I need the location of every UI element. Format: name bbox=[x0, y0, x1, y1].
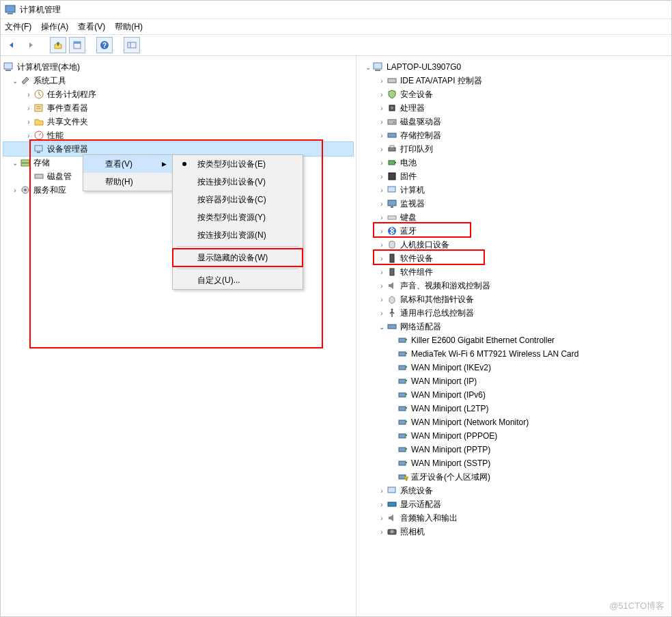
sub-label: 按连接列出设备(V) bbox=[197, 176, 266, 188]
expand-icon[interactable]: › bbox=[377, 282, 387, 290]
dev-soft-comp[interactable]: ›软件组件 bbox=[359, 265, 669, 279]
dev-hid[interactable]: ›人机接口设备 bbox=[359, 238, 669, 251]
expand-icon[interactable]: › bbox=[377, 528, 387, 536]
sub-label: 显示隐藏的设备(W) bbox=[197, 252, 268, 264]
context-menu[interactable]: 查看(V) ▶ 按类型列出设备(E) 按连接列出设备(V) 按容器列出设备(C)… bbox=[83, 154, 173, 191]
sub-by-type[interactable]: 按类型列出设备(E) bbox=[173, 155, 303, 173]
tree-task-scheduler[interactable]: › 任务计划程序 bbox=[3, 87, 353, 101]
expand-icon[interactable]: › bbox=[377, 501, 387, 508]
dev-monitor[interactable]: ›监视器 bbox=[359, 197, 669, 210]
expand-icon[interactable]: › bbox=[377, 310, 387, 317]
expand-icon[interactable]: › bbox=[377, 118, 387, 126]
expand-icon[interactable]: › bbox=[24, 132, 33, 139]
expand-icon[interactable]: › bbox=[377, 487, 387, 495]
dev-soft-dev[interactable]: ›软件设备 bbox=[359, 251, 669, 265]
sub-res-by-connection[interactable]: 按连接列出资源(N) bbox=[173, 226, 303, 244]
dev-net-pppoe[interactable]: WAN Miniport (PPPOE) bbox=[359, 429, 669, 443]
dev-net-sstp[interactable]: WAN Miniport (SSTP) bbox=[359, 456, 669, 470]
expand-icon[interactable]: › bbox=[24, 91, 33, 98]
collapse-icon[interactable]: ⌄ bbox=[377, 323, 387, 331]
dev-disk[interactable]: ›磁盘驱动器 bbox=[359, 115, 669, 128]
help-button[interactable]: ? bbox=[96, 37, 113, 53]
expand-icon[interactable]: › bbox=[24, 118, 33, 126]
dev-storage-ctrl[interactable]: ›存储控制器 bbox=[359, 128, 669, 142]
svg-rect-1 bbox=[8, 13, 13, 14]
dev-net-l2tp[interactable]: WAN Miniport (L2TP) bbox=[359, 402, 669, 415]
sub-customize[interactable]: 自定义(U)... bbox=[173, 271, 303, 289]
expand-icon[interactable]: › bbox=[377, 132, 387, 139]
expand-icon[interactable]: › bbox=[377, 241, 387, 249]
sub-by-container[interactable]: 按容器列出设备(C) bbox=[173, 191, 303, 208]
dev-net-adapters[interactable]: ⌄网络适配器 bbox=[359, 320, 669, 333]
dev-camera[interactable]: ›照相机 bbox=[359, 525, 669, 538]
dev-net-mediatek[interactable]: MediaTek Wi-Fi 6 MT7921 Wireless LAN Car… bbox=[359, 347, 669, 361]
dev-battery[interactable]: ›电池 bbox=[359, 156, 669, 169]
expand-icon[interactable]: › bbox=[377, 269, 387, 276]
dev-ide[interactable]: ›IDE ATA/ATAPI 控制器 bbox=[359, 74, 669, 87]
forward-button[interactable] bbox=[23, 37, 39, 53]
dev-net-killer[interactable]: Killer E2600 Gigabit Ethernet Controller bbox=[359, 333, 669, 347]
svg-rect-53 bbox=[406, 380, 407, 381]
menu-file[interactable]: 文件(F) bbox=[5, 21, 31, 33]
tree-device-manager[interactable]: 设备管理器 bbox=[3, 142, 353, 156]
expand-icon[interactable]: › bbox=[10, 187, 20, 194]
dev-bluetooth[interactable]: ›蓝牙 bbox=[359, 224, 669, 238]
ctx-view[interactable]: 查看(V) ▶ 按类型列出设备(E) 按连接列出设备(V) 按容器列出设备(C)… bbox=[83, 155, 172, 173]
sub-res-by-type[interactable]: 按类型列出资源(Y) bbox=[173, 208, 303, 226]
expand-icon[interactable]: › bbox=[377, 214, 387, 221]
expand-icon[interactable]: › bbox=[377, 515, 387, 522]
dev-print-queue[interactable]: ›打印队列 bbox=[359, 142, 669, 156]
sub-by-connection[interactable]: 按连接列出设备(V) bbox=[173, 173, 303, 191]
menu-action[interactable]: 操作(A) bbox=[41, 21, 68, 33]
dev-cpu[interactable]: ›处理器 bbox=[359, 101, 669, 115]
dev-audio-io[interactable]: ›音频输入和输出 bbox=[359, 511, 669, 525]
dev-net-pptp[interactable]: WAN Miniport (PPTP) bbox=[359, 443, 669, 456]
expand-icon[interactable]: › bbox=[377, 200, 387, 208]
up-button[interactable] bbox=[50, 37, 66, 53]
dev-root[interactable]: ⌄LAPTOP-UL3907G0 bbox=[359, 60, 669, 74]
menu-help[interactable]: 帮助(H) bbox=[115, 21, 143, 33]
collapse-icon[interactable]: ⌄ bbox=[10, 77, 20, 85]
sub-show-hidden[interactable]: 显示隐藏的设备(W) bbox=[173, 249, 303, 266]
dev-firmware[interactable]: ›固件 bbox=[359, 169, 669, 183]
expand-icon[interactable]: › bbox=[377, 159, 387, 167]
tree-event-viewer[interactable]: › 事件查看器 bbox=[3, 101, 353, 115]
tree-shared-folders[interactable]: › 共享文件夹 bbox=[3, 115, 353, 128]
dev-net-ipv6[interactable]: WAN Miniport (IPv6) bbox=[359, 388, 669, 402]
tree-performance[interactable]: › 性能 bbox=[3, 128, 353, 142]
view-submenu[interactable]: 按类型列出设备(E) 按连接列出设备(V) 按容器列出设备(C) 按类型列出资源… bbox=[172, 154, 303, 290]
dev-mouse[interactable]: ›鼠标和其他指针设备 bbox=[359, 292, 669, 306]
expand-icon[interactable]: › bbox=[377, 228, 387, 235]
dev-net-ip[interactable]: WAN Miniport (IP) bbox=[359, 374, 669, 388]
expand-icon[interactable]: › bbox=[24, 105, 33, 112]
dev-audio-video[interactable]: ›声音、视频和游戏控制器 bbox=[359, 279, 669, 292]
expand-icon[interactable]: › bbox=[377, 146, 387, 153]
ctx-help[interactable]: 帮助(H) bbox=[83, 173, 172, 191]
expand-icon[interactable]: › bbox=[377, 187, 387, 194]
collapse-icon[interactable]: ⌄ bbox=[363, 64, 373, 71]
expand-icon[interactable]: › bbox=[377, 255, 387, 262]
tree-system-tools[interactable]: ⌄ 系统工具 bbox=[3, 74, 353, 87]
tree-root[interactable]: 计算机管理(本地) bbox=[3, 60, 353, 74]
dev-net-monitor[interactable]: WAN Miniport (Network Monitor) bbox=[359, 415, 669, 429]
dev-security[interactable]: ›安全设备 bbox=[359, 87, 669, 101]
dev-sys-devices[interactable]: ›系统设备 bbox=[359, 484, 669, 497]
show-hide-console-button[interactable] bbox=[124, 37, 140, 53]
properties-button[interactable] bbox=[69, 37, 85, 53]
device-tree[interactable]: ⌄LAPTOP-UL3907G0 ›IDE ATA/ATAPI 控制器 ›安全设… bbox=[356, 56, 671, 543]
dev-computer[interactable]: ›计算机 bbox=[359, 183, 669, 197]
dev-display[interactable]: ›显示适配器 bbox=[359, 497, 669, 511]
expand-icon[interactable]: › bbox=[377, 173, 387, 180]
svg-rect-68 bbox=[388, 487, 395, 493]
dev-usb[interactable]: ›通用串行总线控制器 bbox=[359, 306, 669, 320]
back-button[interactable] bbox=[3, 37, 20, 53]
menu-view[interactable]: 查看(V) bbox=[78, 21, 105, 33]
expand-icon[interactable]: › bbox=[377, 77, 387, 85]
expand-icon[interactable]: › bbox=[377, 91, 387, 98]
dev-net-ikev2[interactable]: WAN Miniport (IKEv2) bbox=[359, 361, 669, 374]
dev-keyboard[interactable]: ›键盘 bbox=[359, 210, 669, 224]
expand-icon[interactable]: › bbox=[377, 296, 387, 303]
collapse-icon[interactable]: ⌄ bbox=[10, 159, 20, 167]
expand-icon[interactable]: › bbox=[377, 105, 387, 112]
dev-net-bt-pan[interactable]: !蓝牙设备(个人区域网) bbox=[359, 470, 669, 484]
